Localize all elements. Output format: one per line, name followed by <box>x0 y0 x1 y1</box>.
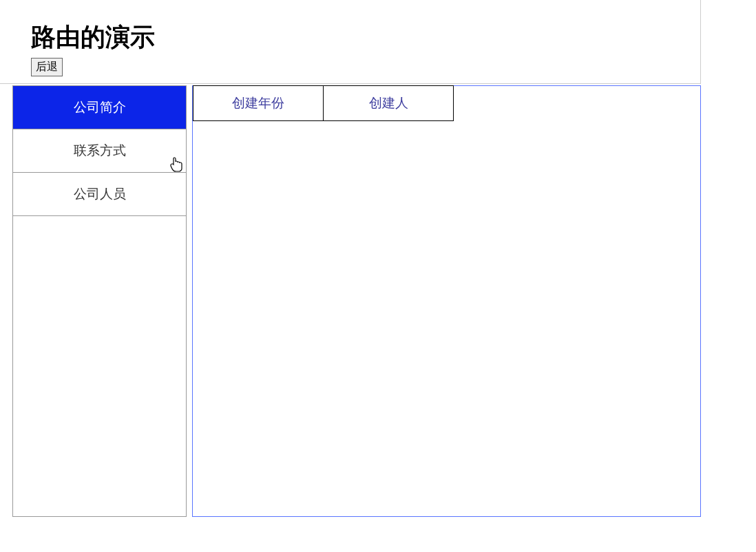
page-container: 路由的演示 后退 公司简介 联系方式 公司人员 创建年份 创建人 <box>0 0 756 552</box>
content-panel: 创建年份 创建人 <box>192 85 701 517</box>
sidebar-item-staff[interactable]: 公司人员 <box>13 173 186 216</box>
sidebar-item-label: 联系方式 <box>74 142 126 160</box>
header: 路由的演示 后退 <box>0 0 701 84</box>
sidebar-item-company-intro[interactable]: 公司简介 <box>13 86 186 129</box>
page-title: 路由的演示 <box>31 21 669 54</box>
back-button[interactable]: 后退 <box>31 58 63 76</box>
tab-creation-year[interactable]: 创建年份 <box>193 85 324 121</box>
main-area: 公司简介 联系方式 公司人员 创建年份 创建人 <box>0 85 756 517</box>
sidebar-item-label: 公司人员 <box>74 185 126 203</box>
sidebar-item-contact[interactable]: 联系方式 <box>13 129 186 173</box>
tab-label: 创建年份 <box>232 94 284 112</box>
sidebar-item-label: 公司简介 <box>74 98 126 116</box>
tabs: 创建年份 创建人 <box>193 86 700 121</box>
sidebar: 公司简介 联系方式 公司人员 <box>12 85 187 517</box>
tab-creator[interactable]: 创建人 <box>323 85 454 121</box>
tab-label: 创建人 <box>369 94 408 112</box>
